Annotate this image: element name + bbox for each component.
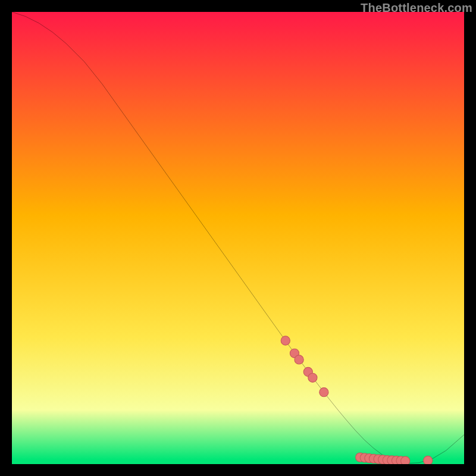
- data-marker: [295, 355, 303, 364]
- data-marker: [424, 456, 433, 464]
- gradient-background: [12, 12, 464, 464]
- data-marker: [308, 373, 317, 382]
- chart-stage: TheBottleneck.com: [0, 0, 476, 476]
- data-marker: [320, 388, 328, 397]
- data-marker: [281, 336, 290, 345]
- bottleneck-plot: [12, 12, 464, 464]
- data-marker: [401, 456, 410, 464]
